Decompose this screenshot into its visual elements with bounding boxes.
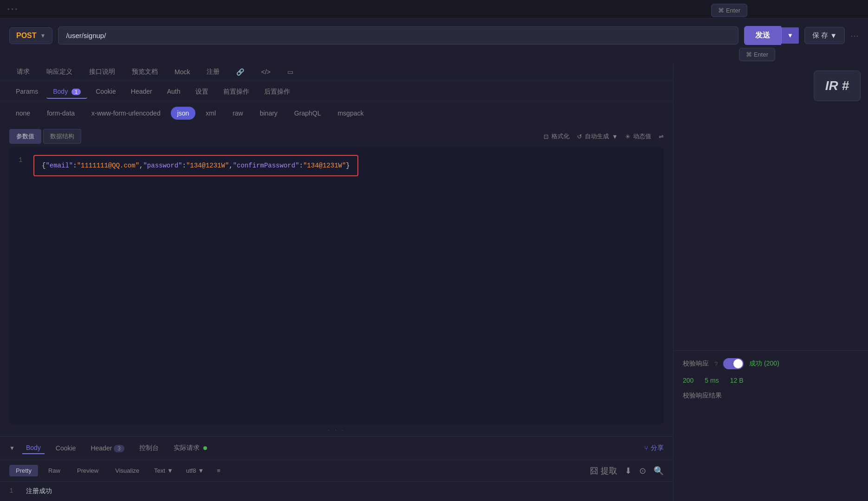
body-tab-header[interactable]: Header: [124, 85, 159, 99]
right-panel: IR # 校验响应 ? 成功 (200) 200 5 ms 12 B 校验响应结…: [673, 63, 868, 501]
status-200: 200: [683, 377, 693, 384]
validate-row: 校验响应 ? 成功 (200): [683, 358, 859, 369]
code-content: 1 {"email":"1111111@QQ.com","password":"…: [9, 148, 664, 184]
app-container: ▪ ▪ ▪ POST ▼ 发送 ▼ 保 存 ▼ ⋯ ⌘ Enter ⌘ Ente…: [0, 0, 868, 501]
drag-divider[interactable]: · · ·: [0, 424, 673, 436]
url-input[interactable]: [58, 26, 738, 45]
request-tabs-bar: 请求 响应定义 接口说明 预览文档 Mock 注册 🔗 </>: [0, 63, 673, 81]
response-section: ▼ Body Cookie Header 3 控制台 实际: [0, 436, 673, 501]
toolbar-right: ⊡ 格式化 ↺ 自动生成 ▼ ✳ 动态值 ⇌: [544, 132, 664, 141]
auto-gen-arrow: ▼: [612, 133, 618, 140]
body-tab-params[interactable]: Params: [9, 85, 45, 99]
toolbar-left: 参数值 数据结构: [9, 129, 81, 144]
tab-preview-doc[interactable]: 预览文档: [124, 63, 165, 81]
format-tab-none[interactable]: none: [9, 107, 37, 120]
success-label: 成功 (200): [749, 360, 779, 368]
save-button[interactable]: 保 存 ▼: [804, 27, 845, 44]
text-format-select[interactable]: Text ▼: [149, 465, 178, 476]
top-right-area: IR #: [674, 63, 868, 351]
body-tab-auth[interactable]: Auth: [161, 85, 187, 99]
format-tab-raw[interactable]: raw: [226, 107, 250, 120]
format-preview-btn[interactable]: Preview: [71, 465, 105, 476]
tab-request[interactable]: 请求: [9, 63, 37, 81]
method-selector[interactable]: POST ▼: [9, 27, 52, 44]
tab-register[interactable]: 注册: [199, 63, 227, 81]
format-tab-msgpack[interactable]: msgpack: [331, 107, 370, 120]
dynamic-icon: ✳: [625, 133, 630, 140]
status-12b: 12 B: [730, 377, 744, 384]
format-tab-binary[interactable]: binary: [253, 107, 284, 120]
format-raw-btn[interactable]: Raw: [42, 465, 67, 476]
copy-btn[interactable]: ⊙: [639, 466, 646, 476]
response-line: 1 注册成功: [9, 487, 664, 495]
format-tab-xml[interactable]: xml: [199, 107, 222, 120]
status-row: 200 5 ms 12 B: [683, 377, 859, 384]
download-btn[interactable]: ⬇: [625, 466, 632, 476]
send-button[interactable]: 发送: [744, 26, 781, 45]
toggle-switch[interactable]: [723, 358, 744, 369]
auto-gen-action[interactable]: ↺ 自动生成 ▼: [577, 132, 618, 141]
body-tab-body[interactable]: Body 1: [46, 85, 87, 99]
code-editor: 1 {"email":"1111111@QQ.com","password":"…: [9, 148, 664, 424]
validate-result-label: 校验响应结果: [683, 392, 859, 400]
encoding-select-arrow: ▼: [198, 467, 204, 474]
format-tabs-bar: none form-data x-www-form-urlencoded jso…: [0, 101, 673, 125]
encoding-select[interactable]: utf8 ▼: [181, 465, 209, 476]
response-tab-header[interactable]: Header 3: [87, 443, 128, 454]
wrap-icon[interactable]: ≡: [212, 465, 225, 476]
response-tab-actual-request[interactable]: 实际请求: [170, 442, 211, 454]
body-tab-cookie[interactable]: Cookie: [89, 85, 123, 99]
response-tab-console[interactable]: 控制台: [136, 442, 162, 454]
extract-btn[interactable]: 囧 提取: [590, 465, 617, 476]
format-actions: 囧 提取 ⬇ ⊙ 🔍: [590, 465, 664, 476]
format-pretty-btn[interactable]: Pretty: [9, 465, 38, 476]
tab-code-icon[interactable]: </>: [253, 64, 278, 80]
more-options-icon[interactable]: ⋯: [850, 31, 859, 41]
share-button[interactable]: ⑂ 分享: [644, 444, 664, 452]
header-badge: 3: [114, 445, 124, 452]
shortcut-hint: ⌘ Enter: [711, 4, 747, 17]
response-content: 注册成功: [26, 487, 52, 495]
dynamic-action[interactable]: ✳ 动态值: [625, 132, 651, 141]
code-highlight-box: {"email":"1111111@QQ.com","password":"13…: [33, 155, 358, 176]
tab-link-icon[interactable]: 🔗: [229, 64, 252, 80]
format-tab-graphql[interactable]: GraphQL: [288, 107, 328, 120]
response-tab-cookie[interactable]: Cookie: [52, 443, 80, 454]
tab-response-def[interactable]: 响应定义: [39, 63, 80, 81]
status-dot: [203, 446, 207, 450]
search-btn[interactable]: 🔍: [654, 466, 664, 476]
ir-badge: IR #: [814, 71, 861, 101]
format-tab-json[interactable]: json: [171, 107, 196, 120]
param-values-btn[interactable]: 参数值: [9, 129, 41, 144]
send-dropdown-button[interactable]: ▼: [781, 27, 799, 44]
body-tab-settings[interactable]: 设置: [189, 85, 215, 99]
method-label: POST: [16, 32, 37, 40]
editor-toolbar: 参数值 数据结构 ⊡ 格式化 ↺ 自动生成 ▼ ✳ 动态值: [0, 125, 673, 148]
help-icon[interactable]: ?: [714, 360, 718, 367]
data-structure-btn[interactable]: 数据结构: [43, 129, 81, 144]
response-tab-body[interactable]: Body: [22, 442, 45, 454]
tab-mock[interactable]: Mock: [167, 64, 197, 80]
response-body: 1 注册成功: [0, 482, 673, 501]
text-select-arrow: ▼: [167, 467, 173, 474]
collapse-icon[interactable]: ▼: [9, 445, 15, 451]
more-toolbar-action[interactable]: ⇌: [659, 133, 664, 140]
format-icon: ⊡: [544, 133, 549, 140]
tab-api-desc[interactable]: 接口说明: [82, 63, 123, 81]
tab-layout-icon[interactable]: ▭: [280, 64, 301, 80]
bottom-right-area: 校验响应 ? 成功 (200) 200 5 ms 12 B 校验响应结果: [674, 351, 868, 407]
line-number: 1: [19, 155, 28, 165]
share-icon: ⑂: [644, 444, 648, 452]
shortcut-hint-2: ⌘ Enter: [739, 48, 775, 61]
save-arrow-icon: ▼: [830, 32, 837, 39]
format-action[interactable]: ⊡ 格式化: [544, 132, 570, 141]
format-tab-urlencoded[interactable]: x-www-form-urlencoded: [85, 107, 167, 120]
auto-gen-icon: ↺: [577, 133, 582, 140]
body-tab-pre-op[interactable]: 前置操作: [217, 85, 256, 99]
more-toolbar-icon: ⇌: [659, 133, 664, 140]
format-visualize-btn[interactable]: Visualize: [109, 465, 146, 476]
layout-wrapper: 请求 响应定义 接口说明 预览文档 Mock 注册 🔗 </>: [0, 63, 868, 501]
response-header: ▼ Body Cookie Header 3 控制台 实际: [0, 437, 673, 460]
body-tab-post-op[interactable]: 后置操作: [258, 85, 297, 99]
format-tab-form-data[interactable]: form-data: [40, 107, 81, 120]
